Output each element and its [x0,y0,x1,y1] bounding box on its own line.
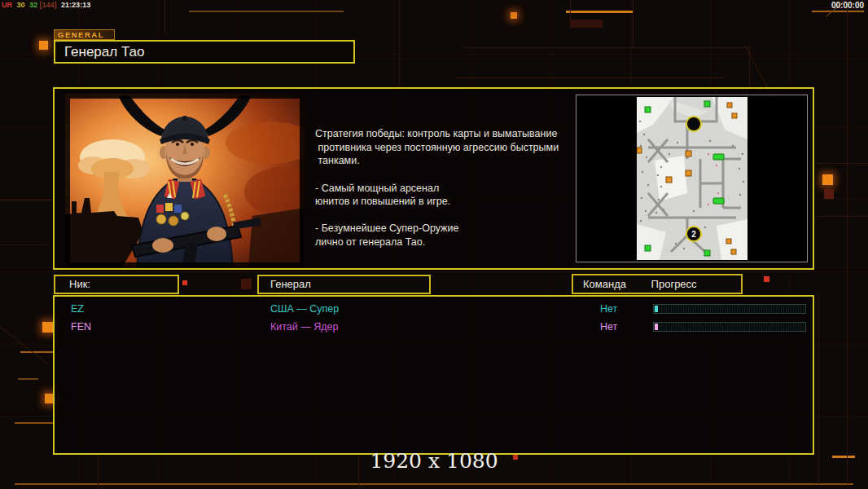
decor-line [847,0,848,484]
decor-line [566,11,633,13]
player-team: Нет [600,321,617,333]
decor-line [456,77,725,78]
decor-line [816,163,868,164]
loading-screen: UR 30 32 [144] 21:23:13 00:00:00 GENERAL… [0,0,868,489]
perf-overlay: UR 30 32 [144] 21:23:13 [2,1,93,9]
decor-square [182,280,187,285]
perf-time: 21:23:13 [61,1,90,9]
decor-line [816,216,868,217]
players-panel: EZ США — Супер Нет FEN Китай — Ядер Нет [53,295,814,455]
decor-square [241,279,252,289]
decor-square [42,322,53,333]
general-name-text: Генерал Тао [64,44,144,59]
minimap-start-2-label: 2 [691,230,696,239]
decor-line [0,200,52,200]
resolution-label: 1920 x 1080 [0,449,868,473]
player-progress-bar [653,304,806,314]
player-nick: FEN [71,321,91,333]
column-header-general: Генерал [257,275,431,294]
match-clock: 00:00:00 [831,1,864,10]
decor-square [39,41,48,50]
decor-square [570,20,603,28]
minimap-start-1 [686,117,701,131]
general-description: Стратегия победы: контроль карты и вымат… [315,127,584,249]
general-portrait-art [65,94,305,267]
perf-value-bracket: [144] [40,1,57,9]
column-header-nick: Ник: [54,275,179,294]
decor-line [749,46,750,86]
decor-line [0,244,49,245]
general-tab: GENERAL [54,29,115,40]
decor-line [399,0,400,86]
general-portrait [65,94,305,267]
column-header-nick-label: Ник: [69,278,90,290]
perf-ur: UR [2,1,12,9]
general-info-panel: Стратегия победы: контроль карты и вымат… [53,87,814,270]
perf-value-32: 32 [29,1,37,9]
decor-square [824,189,834,199]
column-header-general-label: Генерал [270,278,311,290]
decor-line [812,11,864,12]
decor-line [15,483,853,485]
decor-line [15,422,53,424]
decor-line [164,0,165,34]
player-row: FEN Китай — Ядер Нет [55,319,813,337]
player-general: США — Супер [270,303,339,315]
decor-line [189,11,344,12]
column-header-progress-label: Прогресс [651,278,697,290]
player-progress-bar [653,322,806,332]
column-header-team-progress: Команда Прогресс [572,274,743,294]
decor-square [511,12,517,19]
column-header-team-label: Команда [583,278,626,290]
decor-square [822,174,833,185]
decor-diagonal-line [0,326,48,364]
general-name-title: Генерал Тао [54,40,355,64]
decor-line [464,47,749,48]
decor-line [18,378,38,380]
progress-fill [655,324,658,330]
player-row: EZ США — Супер Нет [55,301,813,319]
decor-line [633,0,633,49]
player-team: Нет [600,303,617,315]
minimap-frame: 2 [576,95,808,262]
player-general: Китай — Ядер [270,321,338,333]
player-nick: EZ [71,303,84,315]
decor-square [764,276,769,282]
minimap: 2 [637,97,747,260]
progress-fill [655,306,658,312]
perf-value-30: 30 [17,1,25,9]
decor-line [20,351,55,353]
